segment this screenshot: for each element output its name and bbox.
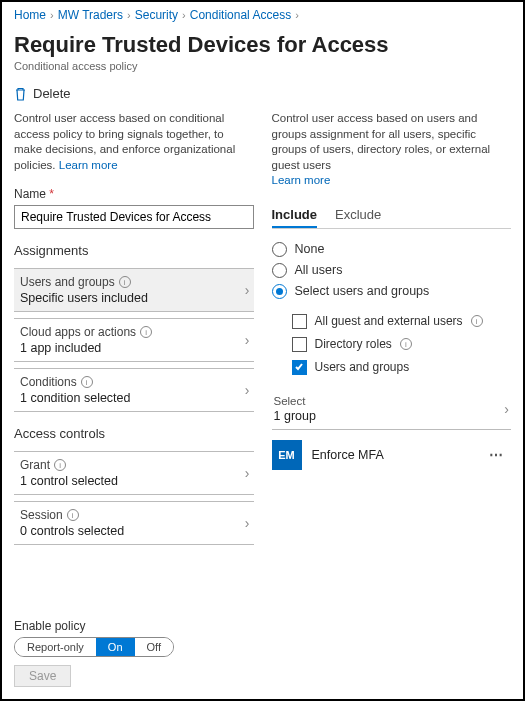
chevron-right-icon: ›: [245, 515, 250, 531]
info-icon: i: [140, 326, 152, 338]
user-scope-radiogroup: None All users Select users and groups: [272, 239, 512, 302]
left-description: Control user access based on conditional…: [14, 111, 254, 173]
chevron-right-icon: ›: [182, 9, 186, 21]
access-grant[interactable]: Granti 1 control selected ›: [14, 451, 254, 495]
save-button[interactable]: Save: [14, 665, 71, 687]
breadcrumb-mw-traders[interactable]: MW Traders: [58, 8, 123, 22]
chevron-right-icon: ›: [504, 401, 509, 417]
assignment-conditions[interactable]: Conditionsi 1 condition selected ›: [14, 368, 254, 412]
info-icon: i: [119, 276, 131, 288]
enable-policy-toggle[interactable]: Report-only On Off: [14, 637, 174, 657]
access-session[interactable]: Sessioni 0 controls selected ›: [14, 501, 254, 545]
breadcrumb-conditional-access[interactable]: Conditional Access: [190, 8, 291, 22]
chevron-right-icon: ›: [245, 465, 250, 481]
include-exclude-tabs: Include Exclude: [272, 201, 512, 229]
access-controls-header: Access controls: [14, 426, 254, 445]
chevron-right-icon: ›: [295, 9, 299, 21]
radio-select-users-groups[interactable]: Select users and groups: [272, 281, 512, 302]
name-input[interactable]: [14, 205, 254, 229]
trash-icon: [14, 87, 27, 101]
more-options-icon[interactable]: ⋯: [489, 447, 511, 463]
info-icon: i: [400, 338, 412, 350]
check-users-groups[interactable]: Users and groups: [292, 356, 512, 379]
assignment-cloud-apps[interactable]: Cloud apps or actionsi 1 app included ›: [14, 318, 254, 362]
check-directory-roles[interactable]: Directory rolesi: [292, 333, 512, 356]
selected-group-row[interactable]: EM Enforce MFA ⋯: [272, 440, 512, 470]
breadcrumb: Home› MW Traders› Security› Conditional …: [2, 2, 523, 28]
info-icon: i: [81, 376, 93, 388]
learn-more-link-right[interactable]: Learn more: [272, 174, 331, 186]
left-panel: Control user access based on conditional…: [14, 111, 254, 545]
right-panel: Control user access based on users and g…: [272, 111, 512, 545]
seg-off[interactable]: Off: [135, 638, 173, 656]
page-title: Require Trusted Devices for Access: [14, 32, 511, 58]
seg-on[interactable]: On: [96, 638, 135, 656]
breadcrumb-home[interactable]: Home: [14, 8, 46, 22]
learn-more-link[interactable]: Learn more: [59, 159, 118, 171]
selection-type-checklist: All guest and external usersi Directory …: [292, 310, 512, 379]
name-label: Name *: [14, 187, 254, 201]
assignment-users-and-groups[interactable]: Users and groupsi Specific users include…: [14, 268, 254, 312]
info-icon: i: [471, 315, 483, 327]
group-avatar: EM: [272, 440, 302, 470]
enable-policy-label: Enable policy: [14, 619, 511, 633]
chevron-right-icon: ›: [245, 332, 250, 348]
chevron-right-icon: ›: [245, 382, 250, 398]
delete-label: Delete: [33, 86, 71, 101]
select-groups[interactable]: Select 1 group ›: [272, 391, 512, 430]
radio-none[interactable]: None: [272, 239, 512, 260]
chevron-right-icon: ›: [127, 9, 131, 21]
radio-all-users[interactable]: All users: [272, 260, 512, 281]
info-icon: i: [54, 459, 66, 471]
tab-exclude[interactable]: Exclude: [335, 201, 381, 228]
tab-include[interactable]: Include: [272, 201, 318, 228]
chevron-right-icon: ›: [50, 9, 54, 21]
chevron-right-icon: ›: [245, 282, 250, 298]
check-guest-external[interactable]: All guest and external usersi: [292, 310, 512, 333]
breadcrumb-security[interactable]: Security: [135, 8, 178, 22]
assignments-header: Assignments: [14, 243, 254, 262]
right-description: Control user access based on users and g…: [272, 111, 512, 189]
group-name: Enforce MFA: [312, 448, 384, 462]
footer: Enable policy Report-only On Off Save: [2, 611, 523, 699]
delete-button[interactable]: Delete: [2, 80, 523, 107]
page-subtitle: Conditional access policy: [14, 60, 511, 72]
info-icon: i: [67, 509, 79, 521]
seg-report-only[interactable]: Report-only: [15, 638, 96, 656]
